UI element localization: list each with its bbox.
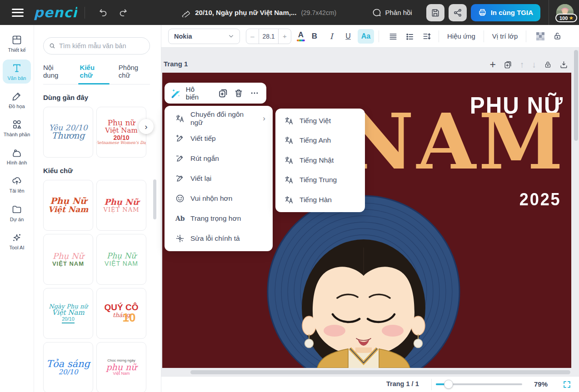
style-card[interactable]: Ngày Phụ nữ Việt Nam 20/10 [43,288,93,339]
lock-page-button[interactable] [544,61,552,69]
menu-item-shorten[interactable]: Rút ngắn [165,149,273,169]
transparency-button[interactable] [533,29,548,44]
menu-item-continue-writing[interactable]: Viết tiếp [165,129,273,149]
sidebar-item-images[interactable]: Hình ảnh [3,144,31,168]
menu-item-label: Tiếng Trung [299,176,337,184]
divider [484,30,484,42]
submenu-item-vietnamese[interactable]: Tiếng Việt [275,111,365,131]
translate-icon [285,136,294,145]
credits-badge[interactable]: 100 ★ [555,14,577,22]
zoom-slider[interactable] [436,383,522,385]
recent-next-button[interactable]: › [139,119,154,134]
text-toolbar: Nokia – 28.1 + A B I U Aa Hiệu ứng Vị tr… [161,25,579,48]
style-card[interactable]: Chúc mừng ngày phụ nữ Việt Nam [96,342,146,392]
template-text: Phụ Nữ [50,197,86,206]
submenu-item-korean[interactable]: Tiếng Hàn [275,190,365,210]
alignment-button[interactable] [386,29,400,44]
menu-item-translate[interactable]: Chuyển đổi ngôn ngữ › [165,109,273,129]
sidebar-item-design[interactable]: Thiết kế [3,31,31,55]
line-spacing-button[interactable] [419,29,434,44]
bold-button[interactable]: B [307,29,322,44]
style-card[interactable]: Phụ Nữ VIỆT NAM [43,234,93,285]
add-page-button[interactable]: + [490,59,496,71]
text-color-button[interactable]: A [297,31,305,41]
duplicate-icon [504,60,512,69]
delete-element-button[interactable] [233,87,245,99]
style-card[interactable]: QUÝ CÔ tháng 10 [96,288,146,339]
list-button[interactable] [403,29,417,44]
layout-icon [11,35,22,45]
lock-button[interactable] [550,29,564,44]
font-size-decrease-button[interactable]: – [246,29,259,44]
penci-logo[interactable]: penci [34,5,77,20]
magic-toolbar-label[interactable]: Hô biến [186,85,206,101]
download-page-button[interactable] [559,60,568,69]
woman-illustration[interactable] [255,189,473,368]
font-size-increase-button[interactable]: + [279,29,291,44]
duplicate-element-button[interactable] [217,87,229,99]
template-text: 20/10 [58,369,78,376]
chevron-right-icon: › [263,114,265,123]
duplicate-page-button[interactable] [504,60,512,69]
search-input[interactable] [59,42,144,50]
page-label: Trang 1 [164,60,188,68]
sidebar-item-label: Văn bản [8,75,26,81]
submenu-item-japanese[interactable]: Tiếng Nhật [275,150,365,170]
menu-item-more-formal[interactable]: Ab Trang trọng hơn [165,208,273,228]
zoom-slider-thumb[interactable] [444,380,453,389]
poster-title-line2[interactable]: NAM [344,104,566,180]
template-text: Phụ Nữ [104,198,139,207]
panel-tabs: Nội dung Kiểu chữ Phông chữ [43,64,150,84]
menu-item-funnier[interactable]: Vui nhộn hơn [165,189,273,208]
layer-position-button[interactable]: Vị trí lớp [492,32,518,40]
horizontal-scrollbar[interactable] [190,370,570,374]
panel-scrollbar[interactable] [153,179,156,219]
menu-item-label: Viết lại [190,174,211,183]
text-case-button[interactable]: Aa [358,29,374,44]
move-page-down-button[interactable]: ↓ [532,60,537,70]
feedback-button[interactable]: Phản hồi [372,8,412,17]
style-card[interactable]: Phụ Nữ VIỆT NAM [96,234,146,285]
recent-template-card[interactable]: Yêu 20/10 Thương [43,107,93,158]
sidebar-item-text[interactable]: Văn bản [3,60,31,84]
template-text: Vietnamese Women's Day [96,141,146,145]
effects-button[interactable]: Hiệu ứng [447,32,475,40]
style-card[interactable]: Phụ Nữ Việt Nam [43,180,93,231]
sidebar-item-graphics[interactable]: Đồ họa [3,88,31,112]
submenu-item-chinese[interactable]: Tiếng Trung [275,170,365,190]
print-button[interactable]: In cùng TGIA [471,4,540,21]
move-page-up-button[interactable]: ↑ [520,60,524,70]
menu-item-rewrite[interactable]: Viết lại [165,169,273,189]
sidebar-item-tool-ai[interactable]: Tool AI [3,229,31,253]
sidebar-item-uploads[interactable]: Tải lên [3,172,31,196]
style-card[interactable]: Phụ Nữ VIỆT NAM [96,180,146,231]
tab-text-styles[interactable]: Kiểu chữ [80,64,108,84]
document-title[interactable]: 20/10, Ngày phụ nữ Việt Nam,... [195,9,296,16]
hamburger-menu-icon[interactable] [12,9,24,17]
share-button[interactable] [449,4,467,21]
style-card[interactable]: Tỏa sáng 20/10 [43,342,93,392]
tab-fonts[interactable]: Phông chữ [119,64,150,84]
sidebar-item-label: Thành phần [4,132,30,137]
vertical-scrollbar[interactable] [574,50,578,141]
menu-item-label: Chuyển đổi ngôn ngữ [190,110,257,127]
font-size-value[interactable]: 28.1 [259,29,279,44]
poster-title-line3[interactable]: 2025 [519,190,561,209]
redo-button[interactable] [115,5,131,20]
italic-button[interactable]: I [324,29,339,44]
fullscreen-button[interactable] [563,380,571,391]
font-family-select[interactable]: Nokia [168,29,240,44]
sidebar-item-projects[interactable]: Dự án [3,201,31,225]
star-icon: ★ [569,15,573,20]
template-text: Thương [52,131,85,140]
sidebar-item-label: Hình ảnh [7,160,27,165]
tab-content[interactable]: Nội dung [43,64,69,84]
underline-button[interactable]: U [341,29,355,44]
submenu-item-english[interactable]: Tiếng Anh [275,131,365,151]
menu-item-fix-spelling[interactable]: Sửa lỗi chính tả [165,228,273,248]
sidebar-item-components[interactable]: Thành phần [3,116,31,140]
recent-template-card[interactable]: Phụ nữ Việt Nam 20/10 Vietnamese Women's… [96,107,146,158]
save-button[interactable] [426,4,444,21]
undo-button[interactable] [95,5,111,20]
more-options-button[interactable] [249,87,260,99]
